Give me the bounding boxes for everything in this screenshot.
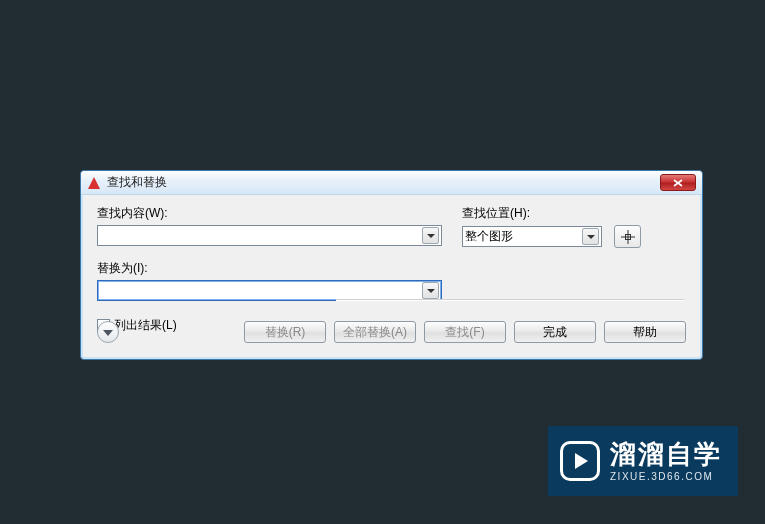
replace-label: 替换为(I): — [97, 260, 442, 277]
location-dropdown-button[interactable] — [582, 228, 599, 245]
find-replace-dialog: 查找和替换 查找内容(W): 查找位置(H): — [80, 170, 703, 360]
find-input[interactable] — [97, 225, 442, 246]
chevron-down-icon — [427, 289, 435, 293]
crosshair-pick-icon — [621, 230, 635, 244]
chevron-down-icon — [587, 235, 595, 239]
find-button[interactable]: 查找(F) — [424, 321, 506, 343]
pick-area-button[interactable] — [614, 225, 641, 248]
list-results-label: 列出结果(L) — [114, 317, 177, 334]
titlebar[interactable]: 查找和替换 — [81, 171, 702, 195]
location-select[interactable]: 整个图形 — [462, 226, 602, 247]
svg-marker-0 — [88, 177, 100, 189]
replace-button[interactable]: 替换(R) — [244, 321, 326, 343]
watermark-url: ZIXUE.3D66.COM — [610, 471, 722, 482]
replace-input[interactable] — [97, 280, 442, 301]
dialog-title: 查找和替换 — [107, 174, 660, 191]
find-history-dropdown[interactable] — [422, 227, 439, 244]
location-label: 查找位置(H): — [462, 205, 686, 222]
help-button[interactable]: 帮助 — [604, 321, 686, 343]
find-label: 查找内容(W): — [97, 205, 442, 222]
play-logo-icon — [560, 441, 600, 481]
divider — [336, 299, 684, 300]
button-row: 替换(R) 全部替换(A) 查找(F) 完成 帮助 — [244, 321, 686, 343]
location-value: 整个图形 — [465, 228, 578, 245]
chevron-down-icon — [427, 234, 435, 238]
watermark-brand: 溜溜自学 — [610, 441, 722, 467]
close-icon — [673, 179, 683, 187]
replace-all-button[interactable]: 全部替换(A) — [334, 321, 416, 343]
dialog-body: 查找内容(W): 查找位置(H): 整个图形 — [81, 195, 702, 342]
expand-options-button[interactable] — [97, 321, 119, 343]
done-button[interactable]: 完成 — [514, 321, 596, 343]
autocad-triangle-icon — [87, 176, 101, 190]
watermark: 溜溜自学 ZIXUE.3D66.COM — [548, 426, 738, 496]
close-button[interactable] — [660, 174, 696, 191]
chevron-down-icon — [103, 330, 113, 336]
replace-history-dropdown[interactable] — [422, 282, 439, 299]
